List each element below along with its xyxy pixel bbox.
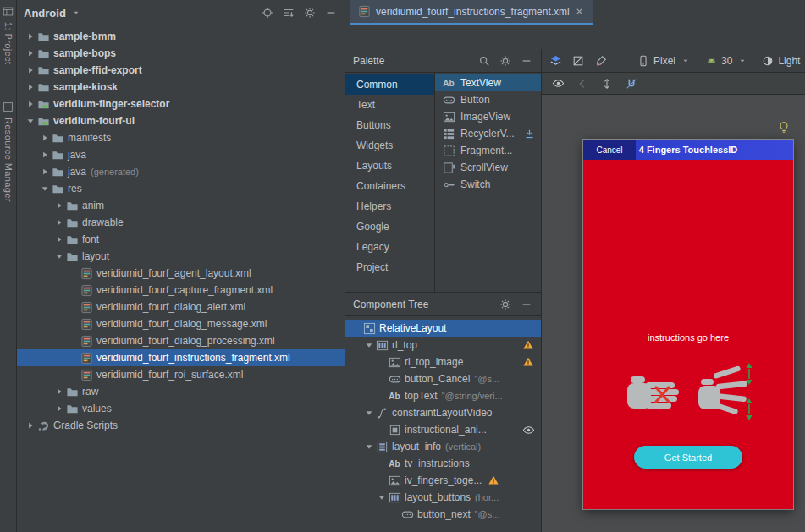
- component-tree-item[interactable]: iv_fingers_toge...: [345, 472, 541, 489]
- palette-item[interactable]: Button: [435, 91, 541, 108]
- palette-gear-icon[interactable]: [499, 54, 512, 68]
- component-tree-item[interactable]: layout_info(vertical): [345, 438, 541, 455]
- hide-panel-icon[interactable]: [324, 6, 338, 19]
- chevron-right-icon[interactable]: [24, 30, 36, 43]
- component-tree-item[interactable]: button_next"@s...: [345, 506, 541, 523]
- visibility-eye-icon[interactable]: [521, 423, 535, 436]
- project-settings-gear-icon[interactable]: [303, 6, 317, 19]
- project-tree-item[interactable]: sample-bops: [17, 45, 345, 62]
- project-tree-item[interactable]: sample-ffid-export: [17, 62, 345, 79]
- component-tree-hide-icon[interactable]: [520, 298, 533, 311]
- component-tree-item[interactable]: Abtv_instructions: [345, 455, 541, 472]
- palette-item[interactable]: Switch: [435, 176, 541, 193]
- suggestion-lightbulb-icon[interactable]: [777, 120, 791, 134]
- component-tree-item[interactable]: RelativeLayout: [345, 320, 541, 337]
- chevron-right-icon[interactable]: [52, 402, 65, 415]
- palette-category[interactable]: Helpers: [345, 196, 434, 217]
- palette-item[interactable]: AbTextView: [435, 74, 541, 91]
- chevron-right-icon[interactable]: [24, 80, 36, 94]
- view-options-eye-icon[interactable]: [551, 77, 565, 90]
- project-tree-item[interactable]: drawable: [17, 214, 345, 231]
- chevron-down-icon[interactable]: [362, 406, 375, 420]
- palette-category[interactable]: Text: [345, 95, 434, 115]
- component-tree-item[interactable]: constraintLayoutVideo: [345, 404, 541, 421]
- project-tree-item[interactable]: values: [17, 400, 345, 417]
- palette-item[interactable]: Fragment...: [435, 142, 541, 159]
- chevron-right-icon[interactable]: [24, 63, 36, 77]
- chevron-down-icon[interactable]: [375, 491, 388, 504]
- component-tree-item[interactable]: layout_buttons(hor...: [345, 489, 541, 506]
- project-tree-item[interactable]: anim: [17, 197, 345, 214]
- project-view-selector[interactable]: Android: [24, 7, 66, 19]
- project-tree-item[interactable]: veridiumid_fourf_dialog_message.xml: [17, 315, 345, 332]
- project-tree-item[interactable]: manifests: [17, 129, 345, 146]
- chevron-down-icon[interactable]: [52, 250, 65, 263]
- chevron-right-icon[interactable]: [52, 199, 65, 212]
- blueprint-toggle-icon[interactable]: [571, 54, 585, 68]
- design-canvas[interactable]: 4 Fingers TouchlessID Cancel instruction…: [542, 95, 805, 532]
- palette-category[interactable]: Containers: [345, 176, 434, 196]
- component-tree-item[interactable]: rl_top_image: [345, 354, 541, 370]
- chevron-right-icon[interactable]: [52, 216, 65, 229]
- autoconnect-magnet-icon[interactable]: [625, 77, 638, 90]
- resource-manager-tool-button[interactable]: Resource Manager: [2, 100, 15, 202]
- project-tree-item[interactable]: veridium-finger-selector: [17, 96, 345, 112]
- back-arrow-icon[interactable]: [576, 77, 589, 90]
- palette-hide-icon[interactable]: [520, 54, 533, 68]
- orientation-arrows-icon[interactable]: [600, 77, 614, 90]
- project-tool-button[interactable]: 1: Project: [2, 4, 15, 64]
- chevron-right-icon[interactable]: [24, 419, 36, 432]
- palette-category[interactable]: Legacy: [345, 237, 434, 257]
- design-mode-layers-icon[interactable]: [549, 54, 562, 68]
- component-tree-item[interactable]: AbtopText"@string/veri...: [345, 387, 541, 404]
- palette-search-icon[interactable]: [477, 54, 491, 68]
- project-tree-item[interactable]: veridiumid_fourf_instructions_fragment.x…: [17, 349, 345, 366]
- preview-cancel-button[interactable]: Cancel: [583, 140, 636, 160]
- palette-item[interactable]: ImageView: [435, 108, 541, 125]
- download-icon[interactable]: [522, 127, 536, 140]
- collapse-all-icon[interactable]: [282, 6, 295, 19]
- project-tree-item[interactable]: layout: [17, 248, 345, 265]
- theme-selector[interactable]: Light: [761, 54, 805, 68]
- chevron-right-icon[interactable]: [38, 165, 51, 178]
- component-tree-item[interactable]: rl_top: [345, 337, 541, 354]
- chevron-right-icon[interactable]: [52, 385, 65, 398]
- project-tree-item[interactable]: java: [17, 146, 345, 163]
- project-tree-item[interactable]: sample-kiosk: [17, 79, 345, 96]
- project-tree-item[interactable]: veridiumid_fourf_roi_surface.xml: [17, 366, 345, 383]
- chevron-down-icon[interactable]: [362, 440, 375, 453]
- chevron-down-icon[interactable]: [362, 338, 375, 352]
- palette-category[interactable]: Project: [345, 257, 434, 277]
- project-tree-item[interactable]: veridiumid_fourf_agent_layout.xml: [17, 265, 345, 282]
- project-tree-item[interactable]: veridium-fourf-ui: [17, 112, 345, 129]
- palette-category[interactable]: Buttons: [345, 115, 434, 135]
- project-tree-item[interactable]: Gradle Scripts: [17, 417, 345, 434]
- palette-category[interactable]: Common: [345, 74, 434, 95]
- project-tree-item[interactable]: res: [17, 180, 345, 197]
- editor-tab[interactable]: veridiumid_fourf_instructions_fragment.x…: [350, 0, 593, 25]
- project-tree-item[interactable]: font: [17, 231, 345, 248]
- chevron-right-icon[interactable]: [24, 47, 36, 60]
- palette-category[interactable]: Widgets: [345, 135, 434, 156]
- component-tree-item[interactable]: instructional_ani...: [345, 421, 541, 438]
- palette-category[interactable]: Google: [345, 217, 434, 237]
- project-tree-item[interactable]: java(generated): [17, 163, 345, 180]
- project-tree-item[interactable]: veridiumid_fourf_dialog_processing.xml: [17, 332, 345, 349]
- device-selector[interactable]: Pixel: [637, 54, 692, 68]
- chevron-down-icon[interactable]: [24, 114, 36, 128]
- component-tree-gear-icon[interactable]: [499, 298, 512, 311]
- palette-item[interactable]: ScrollView: [435, 159, 541, 176]
- chevron-down-icon[interactable]: [38, 182, 51, 195]
- color-picker-icon[interactable]: [594, 54, 608, 68]
- project-tree-item[interactable]: veridiumid_fourf_dialog_alert.xml: [17, 299, 345, 315]
- chevron-right-icon[interactable]: [38, 131, 51, 145]
- project-tree-item[interactable]: raw: [17, 383, 345, 400]
- get-started-button[interactable]: Get Started: [634, 446, 742, 469]
- chevron-down-icon[interactable]: [69, 6, 83, 19]
- chevron-right-icon[interactable]: [24, 97, 36, 111]
- layout-preview-device[interactable]: 4 Fingers TouchlessID Cancel instruction…: [583, 140, 793, 509]
- project-tree-item[interactable]: veridiumid_fourf_capture_fragment.xml: [17, 282, 345, 299]
- project-tree-item[interactable]: sample-bmm: [17, 28, 345, 45]
- chevron-right-icon[interactable]: [52, 233, 65, 246]
- component-tree-item[interactable]: button_Cancel"@s...: [345, 370, 541, 387]
